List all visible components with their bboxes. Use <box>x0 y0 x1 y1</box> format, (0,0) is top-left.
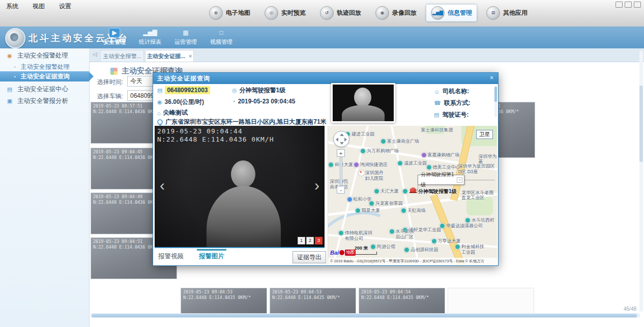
module-label: 运营管理 <box>174 38 197 46</box>
prev-image-icon[interactable]: ‹ <box>160 178 165 193</box>
close-window-icon[interactable] <box>634 2 641 8</box>
company-value: 尖峰测试 <box>163 108 188 117</box>
collapse-sidebar-icon[interactable]: ◁ <box>93 51 97 58</box>
export-evidence-button[interactable]: 证据导出 <box>292 251 326 263</box>
brand-logo-icon <box>5 28 25 48</box>
zoom-slider[interactable] <box>340 157 342 186</box>
video-vignette <box>155 126 325 247</box>
dialog-close-icon[interactable]: × <box>488 74 495 82</box>
poi-icon <box>389 229 395 234</box>
satellite-view-button[interactable]: 卫星 <box>476 130 493 139</box>
module-label: 安全管理 <box>103 38 126 46</box>
poi-icon <box>440 223 445 229</box>
driver-silhouette-body <box>342 105 385 123</box>
module-reports[interactable]: ▂▅▇ 统计报表 <box>135 29 165 46</box>
sidebar-label: 主动安全报警处理 <box>17 51 68 60</box>
baidu-paw-icon <box>339 250 344 255</box>
module-operations[interactable]: ▦ 运营管理 <box>171 29 200 46</box>
vehicle-id-row: ▤ 064809921003 <box>157 86 210 94</box>
page-2-button[interactable]: 2 <box>306 237 314 244</box>
alarm-group-icon: ◉ <box>6 52 13 59</box>
map-pan-control[interactable] <box>333 131 349 147</box>
evidence-thumbnail[interactable]: 2019-05-23 09:04:54N:22.6448 E:114.0435 … <box>359 288 445 314</box>
tab-alarm-image[interactable]: 报警图片 <box>199 252 224 261</box>
nav-info-management[interactable]: ▂▅▇ 信息管理 <box>426 5 477 21</box>
module-video[interactable]: □ 视频管理 <box>207 29 236 46</box>
driver-silhouette-head <box>354 88 371 107</box>
horizontal-scrollbar-thumb[interactable] <box>92 314 637 317</box>
sidebar-item-alarm-analysis[interactable]: ▣ 主动安全警报分析 <box>0 96 89 106</box>
alarm-popup[interactable]: 分神驾驶报警1级 × <box>418 175 464 185</box>
zoom-out-button[interactable]: - <box>337 186 345 194</box>
driver-photo <box>331 83 395 123</box>
alarm-video-player[interactable]: 2019-05-23 09:04:44N:22.6448 E:114.0436 … <box>155 126 325 248</box>
tab-alarm-video[interactable]: 报警视频 <box>158 252 184 261</box>
phone-icon: ☎ <box>434 100 441 106</box>
dialog-scrollbar-thumb[interactable] <box>494 87 497 102</box>
sidebar-item-evidence-center[interactable]: ▤ 主动安全证据中心 <box>0 84 89 94</box>
filter-vehicle-label: 选择车辆: <box>91 92 123 101</box>
driver-name-field: ☺ 司机名称: <box>434 87 469 96</box>
filter-time-label: 选择时间: <box>91 78 123 87</box>
menubar: 系统 视图 设置 ⊕ 电子地图 ◎ 实时预览 ↺ 轨迹回放 ◉ 录像 <box>0 0 644 27</box>
nav-label: 电子地图 <box>226 9 250 17</box>
alarm-marker-icon[interactable] <box>410 187 416 192</box>
map-label: 利金城科技 工业园 <box>455 244 484 255</box>
tab-evidence-query[interactable]: 主动安全证据... × <box>145 50 194 62</box>
speed-icon: ◉ <box>157 99 162 105</box>
info-icon: ▂▅▇ <box>431 6 445 20</box>
sidebar-item-evidence-query[interactable]: ▪ 主动安全证据查询 <box>0 71 89 81</box>
nav-electronic-map[interactable]: ⊕ 电子地图 <box>204 5 255 21</box>
nav-track-playback[interactable]: ↺ 轨迹回放 <box>315 5 366 21</box>
page-indicator: 45/48 <box>624 306 636 312</box>
module-safety[interactable]: ▶ 安全管理 <box>100 29 129 46</box>
sidebar-item-alarm-handling-group[interactable]: ◉ 主动安全报警处理 <box>0 50 89 61</box>
bullet-icon: ▪ <box>14 65 16 69</box>
nav-live-preview[interactable]: ◎ 实时预览 <box>260 5 310 21</box>
close-tab-icon[interactable]: × <box>189 53 192 59</box>
nav-label: 录像回放 <box>392 9 417 17</box>
evidence-thumbnail[interactable]: 2019-05-23 09:04:53N:22.6448 E:114.0435 … <box>270 288 356 314</box>
minimize-icon[interactable] <box>616 2 623 8</box>
alarm-type-row: ◎ 分神驾驶报警1级 <box>232 86 285 95</box>
sidebar-item-alarm-handling[interactable]: ▪ 主动安全报警处理 <box>0 62 89 71</box>
page-3-button[interactable]: 3 <box>315 237 323 244</box>
poi-icon <box>455 244 460 250</box>
map-label: 水斗新围 后山厂区 <box>389 229 414 240</box>
alarm-icon: ◎ <box>232 87 237 94</box>
nav-other-apps[interactable]: ⊞ 其他应用 <box>482 5 532 21</box>
operations-icon: ▦ <box>183 29 188 37</box>
vertical-scrollbar-thumb[interactable] <box>639 86 643 162</box>
nav-video-playback[interactable]: ◉ 录像回放 <box>371 5 421 21</box>
window-controls <box>616 2 641 8</box>
map-label: 伟特电机深圳 有限公司 <box>338 230 372 241</box>
menu-settings[interactable]: 设置 <box>59 2 71 11</box>
location-pin-icon <box>157 119 163 125</box>
tab-label: 主动安全证据... <box>147 53 185 59</box>
poi-icon <box>380 139 386 144</box>
map-label: 富士康商业广场 <box>380 139 419 144</box>
safety-icon: ▶ <box>109 29 119 37</box>
page-1-button[interactable]: 1 <box>298 237 305 244</box>
baidu-map[interactable]: 富士康科技集团 建进工业园 富士康商业广场 兴万和购物广场 富惠康购物广场 深圳… <box>328 126 497 265</box>
next-image-icon[interactable]: › <box>314 178 319 193</box>
hospital-icon <box>359 170 364 176</box>
module-label: 视频管理 <box>210 38 232 46</box>
clock-icon: ◔ <box>232 98 236 104</box>
driver-contact-label: 联系方式: <box>444 99 471 107</box>
tab-alarm-handling[interactable]: 主动安全报警... <box>100 50 144 62</box>
maximize-icon[interactable] <box>625 2 632 8</box>
apps-icon: ⊞ <box>486 6 500 20</box>
preview-icon: ◎ <box>265 6 278 20</box>
popup-close-icon[interactable]: × <box>457 177 462 183</box>
driver-contact-field: ☎ 联系方式: <box>434 99 471 107</box>
menu-view[interactable]: 视图 <box>33 2 45 11</box>
zoom-in-button[interactable]: + <box>337 149 345 157</box>
poi-icon <box>370 244 376 250</box>
poi-icon <box>421 152 427 158</box>
dialog-title: 主动安全证据查询 <box>153 73 498 84</box>
thumb-gps: N:22.6448 E:114.0436 0KM/* <box>93 155 161 160</box>
evidence-thumbnail[interactable]: 2019-05-23 09:04:53N:22.6448 E:114.0435 … <box>181 288 267 314</box>
menu-system[interactable]: 系统 <box>6 2 18 11</box>
alarm-analysis-icon: ▣ <box>6 98 13 104</box>
